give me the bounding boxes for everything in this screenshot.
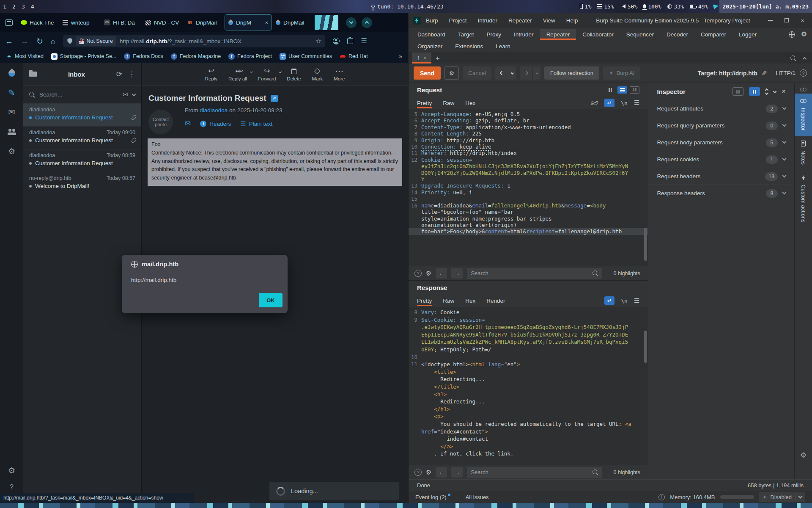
telegram-icon[interactable] [713,3,719,9]
close-inspector-icon[interactable]: × [782,87,786,96]
sidebar-tab[interactable]: Custom actions [795,171,812,229]
inspector-layout-right-icon[interactable] [749,87,760,96]
toolbar-button[interactable]: More [334,67,345,81]
inspector-layout-left-icon[interactable] [732,87,743,96]
forward-button[interactable]: → [21,37,29,45]
browser-tab[interactable]: DripMail [184,15,224,30]
secondary-tab[interactable]: Organizer [411,41,449,52]
bookmarks-overflow-icon[interactable]: » [399,53,402,60]
reload-button[interactable]: ↻ [36,37,43,45]
message-list-item[interactable]: diadiaodoa Customer Information Request [23,104,141,127]
browser-tab[interactable]: HTB: Da [101,15,141,30]
inspector-section-row[interactable]: Response headers 8 [648,185,794,202]
workspace-button[interactable]: 2 [9,0,19,13]
search-options-chevron-icon[interactable] [132,92,136,96]
compose-button[interactable]: ✎ [7,88,16,97]
mail-search-input[interactable] [39,91,118,98]
sender-link[interactable]: diadiaodoa [200,107,228,113]
history-back-control[interactable] [495,66,516,80]
kebab-menu-icon[interactable]: ⋮ [128,70,135,79]
chevron-down-icon[interactable] [782,140,787,144]
open-in-new-window-icon[interactable] [271,95,278,102]
soft-wrap-icon[interactable] [604,296,614,305]
browser-tab[interactable]: NVD - CV [142,15,183,30]
tab-scroll-up-button[interactable] [362,17,372,28]
history-forward-control[interactable] [520,66,540,80]
toolbar-caret-icon[interactable] [279,70,282,73]
request-scrollbar[interactable] [644,228,647,261]
collapse-chevron-icon[interactable] [803,57,807,61]
collapse-all-icon[interactable] [774,90,776,93]
bookmark-item[interactable]: Most Visited [6,53,44,60]
response-view-tab[interactable]: Pretty [417,295,432,306]
request-view-tab[interactable]: Pretty [417,98,432,108]
response-search-input[interactable] [471,469,593,475]
secondary-tab[interactable]: Learn [489,41,517,52]
toolbar-button[interactable]: Delete [287,67,301,81]
menu-item[interactable]: View [543,17,555,24]
chevron-down-icon[interactable] [782,174,787,178]
memory-info-icon[interactable] [658,494,665,500]
bookmark-item[interactable]: Startpage - Private Se... [51,53,116,60]
browser-tab[interactable]: writeup [59,15,100,30]
main-tab[interactable]: Proxy [480,29,508,40]
edit-target-pencil-icon[interactable]: ✎ [762,69,767,77]
sidebar-tab[interactable]: Notes [795,136,812,171]
main-tab[interactable]: Decoder [660,29,694,40]
toolbar-button[interactable]: Reply all [228,67,247,81]
menu-item[interactable]: Burp [426,17,438,24]
scope-envelope-icon[interactable]: ✉ [123,91,128,99]
contacts-section-icon[interactable] [7,127,16,136]
ai-status-dropdown[interactable]: ✦ Disabled [759,492,806,502]
pause-updates-icon[interactable] [605,86,615,94]
folder-icon[interactable] [29,72,37,77]
options-gear-icon[interactable]: ⚙ [7,466,16,475]
expand-all-icon[interactable] [765,89,768,94]
browser-tab[interactable]: DripMail [272,15,313,30]
menu-item[interactable]: Help [566,17,578,24]
bookmark-item[interactable]: Fedora Project [228,53,272,60]
main-tab[interactable]: Collaborator [576,29,620,40]
main-tab[interactable]: Logger [732,29,763,40]
help-circle-icon[interactable] [800,69,807,77]
follow-redirection-button[interactable]: Follow redirection [544,66,599,80]
extensions-icon[interactable] [347,38,353,44]
main-tab[interactable]: Repeater [540,29,576,40]
inspector-section-row[interactable]: Request cookies 1 [648,151,794,168]
message-list-item[interactable]: diadiaodoa Today 08:59 Customer Informat… [23,149,141,172]
editor-menu-icon[interactable]: ☰ [634,99,639,107]
search-help-icon[interactable] [414,270,422,277]
proxy-browser-icon[interactable] [789,31,795,38]
cancel-button[interactable]: Cancel [463,66,491,80]
request-editor[interactable]: 5Accept-Language: en-US,en;q=0.56Accept-… [409,109,648,266]
bookmark-item[interactable]: Fedora Docs [124,53,163,60]
horizontal-layout-icon[interactable] [617,86,627,94]
show-newlines-icon[interactable]: \n [621,298,628,304]
bookmark-star-icon[interactable]: ☆ [315,37,321,45]
toolbar-button[interactable]: Reply [205,67,217,81]
close-button[interactable]: × [801,17,804,24]
plaintext-button[interactable]: ☰ Plain text [240,120,272,128]
toolbar-caret-icon[interactable] [250,70,253,73]
request-view-tab[interactable]: Raw [443,98,454,108]
tracking-protection-icon[interactable] [67,38,72,44]
tab-close-icon[interactable]: × [265,19,268,26]
back-button[interactable]: ← [5,37,13,45]
browser-tab[interactable]: DripM × [225,15,272,30]
toolbar-button[interactable]: Mark [312,67,323,81]
main-tab[interactable]: Sequencer [620,29,660,40]
message-envelope-icon[interactable]: ✉ [185,119,191,128]
maximize-button[interactable] [785,18,789,22]
inspector-section-row[interactable]: Request body parameters 5 [648,134,794,151]
url-bar[interactable]: Not Secure http://mail.drip.htb/?_task=m… [63,35,325,47]
bookmark-item[interactable]: Fedora Magazine [171,53,221,60]
account-icon[interactable] [333,38,340,44]
sidebar-tab[interactable]: Inspector [795,94,812,136]
headers-button[interactable]: Headers [200,121,231,127]
request-view-tab[interactable]: Hex [465,98,475,108]
inspector-section-row[interactable]: Request attributes 2 [648,100,794,117]
event-log-link[interactable]: Event log (2) [415,494,450,500]
security-badge[interactable]: Not Secure [76,36,116,46]
previous-match-button[interactable]: ← [436,467,447,478]
next-match-button[interactable]: → [451,467,463,478]
